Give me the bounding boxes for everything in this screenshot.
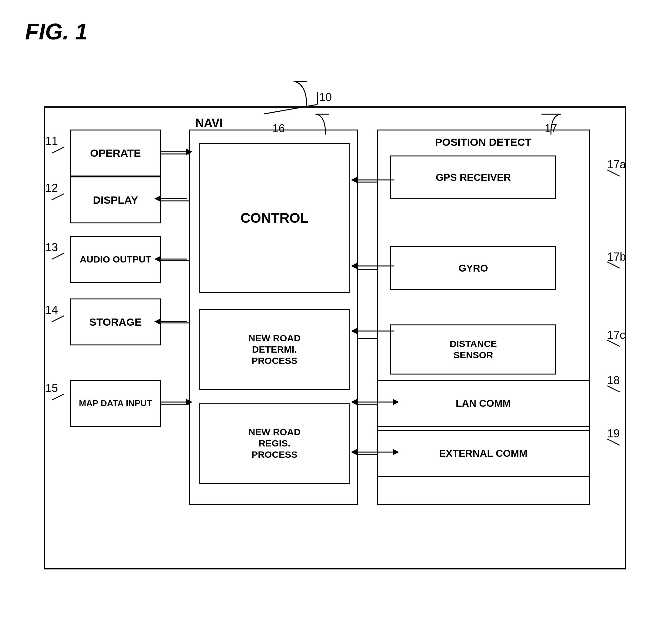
distance-sensor-block: DISTANCESENSOR: [390, 324, 556, 375]
control-block: CONTROL: [199, 143, 349, 293]
svg-line-32: [607, 170, 620, 176]
ref-label-16: 16: [272, 122, 285, 135]
ref14-tick: [48, 314, 67, 323]
svg-line-28: [52, 194, 64, 200]
new-road-determi-block: NEW ROADDETERMI.PROCESS: [199, 309, 349, 390]
display-block: DISPLAY: [70, 176, 161, 223]
gps-receiver-block: GPS RECEIVER: [390, 156, 556, 199]
pos-detect-label: POSITION DETECT: [435, 136, 532, 148]
operate-block: OPERATE: [70, 130, 161, 176]
svg-line-36: [607, 439, 620, 445]
ref12-tick: [48, 192, 67, 202]
svg-line-27: [52, 147, 64, 153]
ref17c-tick: [604, 339, 623, 348]
ref17-bracket: [532, 113, 570, 138]
svg-line-35: [607, 386, 620, 392]
navi-label: NAVI: [195, 116, 223, 130]
ref17a-tick: [604, 168, 623, 178]
audio-output-block: AUDIO OUTPUT: [70, 236, 161, 283]
svg-line-31: [52, 394, 64, 400]
svg-line-34: [607, 340, 620, 346]
svg-line-29: [52, 253, 64, 260]
external-comm-block: EXTERNAL COMM: [377, 430, 590, 477]
ref13-tick: [48, 251, 67, 261]
lan-comm-block: LAN COMM: [377, 380, 590, 427]
navi-box: CONTROL NEW ROADDETERMI.PROCESS NEW ROAD…: [189, 130, 358, 505]
map-data-input-block: MAP DATA INPUT: [70, 380, 161, 427]
ref15-tick: [48, 392, 67, 402]
ref16-bracket: [307, 113, 344, 138]
svg-line-33: [607, 262, 620, 268]
svg-line-30: [52, 316, 64, 322]
figure-title: FIG. 1: [25, 19, 88, 44]
ref18-tick: [604, 384, 623, 393]
gyro-block: GYRO: [390, 246, 556, 290]
ref11-tick: [48, 145, 67, 155]
ref10-bracket: [275, 78, 338, 109]
ref17b-tick: [604, 260, 623, 270]
storage-block: STORAGE: [70, 299, 161, 345]
new-road-regis-block: NEW ROADREGIS.PROCESS: [199, 403, 349, 484]
ref19-tick: [604, 438, 623, 447]
main-diagram-box: NAVI CONTROL NEW ROADDETERMI.PROCESS NEW…: [44, 106, 626, 569]
